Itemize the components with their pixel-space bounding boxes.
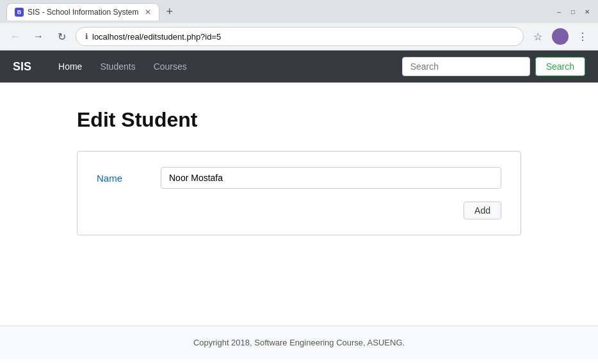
address-bar[interactable]: ℹ localhost/real/editstudent.php?id=5: [76, 27, 524, 46]
edit-student-form: Name Add: [77, 151, 521, 235]
tab-close-button[interactable]: ✕: [145, 8, 151, 17]
add-button[interactable]: Add: [464, 202, 501, 219]
back-button[interactable]: ←: [6, 28, 24, 45]
tab-favicon: B: [15, 8, 24, 17]
search-button[interactable]: Search: [535, 57, 585, 76]
main-content: Edit Student Name Add: [0, 83, 598, 326]
minimize-button[interactable]: –: [554, 7, 563, 16]
browser-toolbar: ← → ↻ ℹ localhost/real/editstudent.php?i…: [0, 23, 598, 50]
tab-title: SIS - School Information System: [28, 8, 138, 17]
form-actions: Add: [97, 202, 501, 219]
address-text: localhost/real/editstudent.php?id=5: [92, 32, 514, 42]
maximize-button[interactable]: □: [569, 7, 578, 16]
address-lock-icon: ℹ: [85, 32, 88, 41]
nav-link-courses[interactable]: Courses: [146, 56, 195, 77]
form-row-name: Name: [97, 167, 501, 189]
window-controls: – □ ✕: [554, 7, 592, 16]
nav-link-home[interactable]: Home: [51, 56, 90, 77]
reload-button[interactable]: ↻: [53, 28, 70, 45]
new-tab-button[interactable]: +: [163, 5, 175, 19]
footer-text: Copyright 2018, Software Engineering Cou…: [193, 338, 405, 347]
close-window-button[interactable]: ✕: [583, 7, 592, 16]
navbar-search: Search: [402, 57, 585, 76]
forward-button[interactable]: →: [29, 28, 47, 45]
name-input[interactable]: [161, 167, 501, 189]
name-label: Name: [97, 173, 148, 184]
app-navbar: SIS Home Students Courses Search: [0, 51, 598, 83]
browser-menu-button[interactable]: ⋮: [574, 28, 592, 45]
app-footer: Copyright 2018, Software Engineering Cou…: [0, 326, 598, 359]
browser-tab[interactable]: B SIS - School Information System ✕: [6, 3, 159, 20]
tab-bar: B SIS - School Information System ✕ +: [6, 3, 175, 20]
nav-links: Home Students Courses: [51, 56, 389, 77]
nav-link-students[interactable]: Students: [92, 56, 143, 77]
profile-avatar[interactable]: [552, 28, 569, 45]
search-input[interactable]: [402, 57, 530, 76]
toolbar-right: ☆ ⋮: [529, 28, 592, 45]
browser-titlebar: B SIS - School Information System ✕ + – …: [0, 0, 598, 23]
page-title: Edit Student: [77, 108, 521, 132]
navbar-brand: SIS: [13, 60, 31, 74]
browser-chrome: B SIS - School Information System ✕ + – …: [0, 0, 598, 51]
bookmark-button[interactable]: ☆: [529, 28, 547, 45]
